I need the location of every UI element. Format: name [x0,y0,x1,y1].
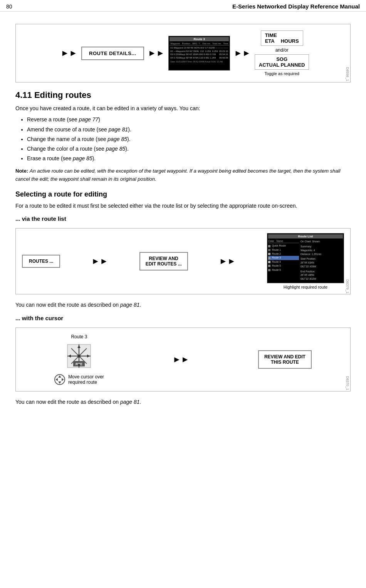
figure-cursor-id: D8370_1 [346,376,349,390]
route-list-screen-container: Route List ColorName Quick Route Route 1 [267,233,344,289]
screen-title: Route 3 [170,37,229,41]
arrow-left-1: ►► [61,48,78,58]
review-edit-routes-button[interactable]: REVIEW AND EDIT ROUTES ... [139,252,188,270]
end-pos-val2: 082°22'.832W [301,277,343,281]
route-list-screen-title: Route List [268,234,343,239]
text-after-cursor: You can now edit the route as described … [15,398,351,406]
text-after-route-list: You can now edit the route as described … [15,301,351,309]
on-chart: On Chart: Shown [301,240,343,244]
review-edit-line1: REVIEW AND [146,256,182,261]
selecting-intro: For a route to be edited it must first b… [15,202,351,210]
figure-route-list: ROUTES ... ►► REVIEW AND EDIT ROUTES ...… [15,228,351,294]
end-pos-val1: 26°45'.485N [301,273,343,277]
screen-row-4: 04 0.703Wayp 50°48'.970N 133 0.561 1.264… [170,56,229,59]
rl-left-col: ColorName Quick Route Route 1 Route 2 Ro [268,240,299,282]
review-edit-this-line1: REVIEW AND EDIT [264,354,306,360]
note-text: An active route can be edited, with the … [15,168,340,182]
toggle-box: TIME ETA HOURS and/or SOG ACTUAL PLANNED… [255,30,309,76]
routes-button[interactable]: ROUTES ... [22,255,60,268]
page-number: 80 [6,3,12,10]
route-details-button[interactable]: ROUTE DETAILS... [81,47,144,60]
sog-box: SOG ACTUAL PLANNED [255,54,309,70]
toggle-label: Toggle as required [264,71,299,76]
route-3-label: Route 3 [71,334,87,339]
end-pos-label: End Position: [301,270,343,274]
start-pos-val1: 26°44'.634N [301,261,343,265]
rl-row-0: Quick Route [268,244,299,248]
arrow-cursor-1: ►► [173,354,190,365]
selecting-heading: Selecting a route for editing [15,190,351,198]
time-label: TIME [265,32,277,38]
via-route-list-heading: ... via the route list [15,215,351,222]
screen-row-3: 03 0.253Wayp 50°42'.350N 090 0.450 0.703… [170,53,229,56]
svg-point-5 [77,354,81,358]
figure-route-details: ►► ROUTE DETAILS... ►► Route 3 WaypointP… [15,24,351,82]
cursor-crosshair-icon: RTE [65,343,92,370]
sog-line2: ACTUAL PLANNED [259,62,305,68]
rl-row-2: Route 2 [268,252,299,256]
screen-footer: Date: 01/01/2004 Time: 05:52:334M Actual… [170,60,229,64]
section-411-heading: 4.11 Editing routes [15,90,351,100]
rl-row-5: Route 5 [268,264,299,268]
svg-marker-15 [55,378,58,381]
summary: Summary: [301,245,343,249]
cursor-icon-area: Route 3 RTE [54,334,104,385]
and-or-text: and/or [275,47,289,53]
figure-route-list-id: D8379_1 [346,279,349,294]
svg-marker-13 [58,375,61,378]
page-header: 80 E-Series Networked Display Reference … [0,0,366,12]
bullet-5: Erase a route (see page 85). [27,154,351,163]
route-screen-mockup: Route 3 WaypointPositionBRG °TDist nmTot… [168,36,230,71]
review-edit-line2: EDIT ROUTES ... [146,261,182,267]
rl-col-header: ColorName [268,240,299,243]
bullet-list: Reverse a route (see page 77) Amend the … [27,115,351,163]
main-content: ►► ROUTE DETAILS... ►► Route 3 WaypointP… [0,12,366,415]
hours-label: HOURS [281,38,299,44]
arrow-routes-2: ►► [219,256,236,266]
eta-label: ETA [265,38,275,44]
time-eta-box: TIME ETA HOURS [261,30,303,46]
review-edit-this-line2: THIS ROUTE [264,360,306,365]
waypoints: Waypoints: 4 [301,249,343,252]
review-edit-this-route-button[interactable]: REVIEW AND EDIT THIS ROUTE [258,350,312,369]
cursor-move-icon [54,374,65,385]
rl-row-3-highlighted: Route 3 [268,256,299,260]
arrow-routes-1: ►► [91,256,108,266]
arrow-mid-1: ►► [148,48,165,58]
screen-col-headers: WaypointPositionBRG °TDist nmTotal nmTim… [170,42,229,45]
svg-marker-16 [62,378,64,381]
arrow-right-1: ►► [234,48,251,58]
section-411-intro: Once you have created a route, it can be… [15,104,351,113]
note-block: Note: An active route can be edited, wit… [15,167,351,183]
bullet-2: Amend the course of a route (see page 81… [27,125,351,134]
rl-row-4: Route 4 [268,260,299,264]
figure-cursor: Route 3 RTE [15,328,351,391]
move-cursor-text: Move cursor over [68,374,104,380]
required-route-text: required route [68,380,97,385]
page-title: E-Series Networked Display Reference Man… [232,3,360,10]
screen-row-1: 01 Waypoint 19 50°49'.567N 001°17'.522W—… [170,46,229,49]
rl-right-panel: On Chart: Shown Summary: Waypoints: 4 Di… [301,240,343,282]
start-pos-val2: 082°23'.439W [301,265,343,269]
bullet-4: Change the color of a route (see page 85… [27,144,351,154]
distance: Distance: 1.391nm [301,252,343,256]
with-cursor-heading: ... with the cursor [15,315,351,321]
route-list-screen: Route List ColorName Quick Route Route 1 [267,233,344,283]
svg-marker-14 [58,381,61,384]
highlight-label: Highlight required route [284,285,327,289]
bullet-3: Change the name of a route (see page 85)… [27,134,351,144]
cursor-move-label: Move cursor over required route [54,374,104,385]
rl-row-6: Route 6 [268,268,299,272]
sog-line1: SOG [259,56,305,62]
figure1-id: D8598_1 [346,67,349,81]
start-pos-label: Start Position: [301,257,343,261]
rl-row-1: Route 1 [268,248,299,252]
note-label: Note: [15,168,28,174]
bullet-1: Reverse a route (see page 77) [27,115,351,124]
screen-row-2: 02 —Waypoint 50°42'.350N1120.2530.25305:… [170,50,229,53]
